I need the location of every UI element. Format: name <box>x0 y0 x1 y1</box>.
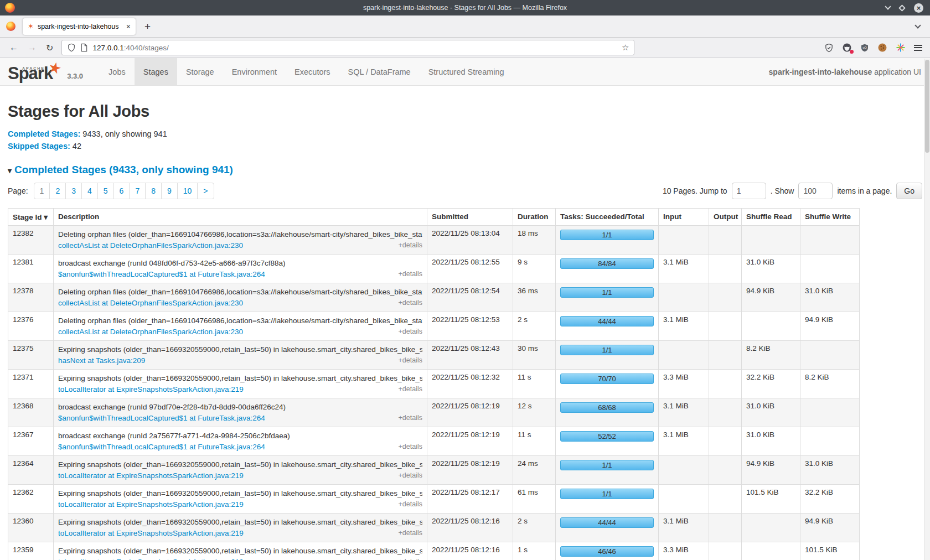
details-toggle[interactable]: +details <box>399 384 422 395</box>
table-row: 12371 Expiring snapshots (older_than=166… <box>8 370 860 398</box>
skipped-stages-link[interactable]: Skipped Stages: <box>8 142 70 151</box>
page-button-4[interactable]: 4 <box>82 183 98 199</box>
details-toggle[interactable]: +details <box>399 355 422 366</box>
stages-table: Stage Id ▾DescriptionSubmittedDurationTa… <box>8 208 860 560</box>
details-toggle[interactable]: +details <box>399 269 422 279</box>
stage-detail-link[interactable]: $anonfun$withThreadLocalCaptured$1 at Fu… <box>58 270 265 278</box>
page-button-7[interactable]: 7 <box>130 183 146 199</box>
details-toggle[interactable]: +details <box>399 240 422 251</box>
duration-cell: 24 ms <box>513 456 556 485</box>
column-header[interactable]: Shuffle Write <box>800 209 860 226</box>
task-progress-fill: 1/1 <box>560 460 654 470</box>
description-cell: Expiring snapshots (older_than=166932055… <box>54 456 427 485</box>
task-progress-bar: 44/44 <box>560 316 654 326</box>
shield-check-extension-icon[interactable] <box>824 43 834 53</box>
task-progress-bar: 1/1 <box>560 230 654 240</box>
page-button-9[interactable]: 9 <box>162 183 178 199</box>
new-tab-button[interactable]: + <box>144 20 151 33</box>
nav-item-stages[interactable]: Stages <box>135 58 177 85</box>
page-button-1[interactable]: 1 <box>34 183 50 199</box>
page-button-3[interactable]: 3 <box>66 183 82 199</box>
shuffle-write-cell <box>800 398 860 427</box>
ublock-extension-icon[interactable]: uO <box>860 43 869 53</box>
forward-button[interactable]: → <box>28 43 37 53</box>
application-ui-label: spark-ingest-into-lakehouse application … <box>769 68 930 76</box>
column-header[interactable]: Duration <box>513 209 556 226</box>
details-toggle[interactable]: +details <box>399 326 422 337</box>
column-header[interactable]: Shuffle Read <box>742 209 800 226</box>
nav-item-jobs[interactable]: Jobs <box>100 58 135 85</box>
page-scrollbar[interactable] <box>924 59 930 560</box>
sparkle-extension-icon[interactable] <box>896 43 906 53</box>
stage-detail-link[interactable]: $anonfun$withThreadLocalCaptured$1 at Fu… <box>58 414 265 422</box>
stage-id-cell: 12362 <box>8 485 54 514</box>
browser-tab[interactable]: ✶ spark-ingest-into-lakehous × <box>23 18 136 35</box>
details-toggle[interactable]: +details <box>399 528 422 538</box>
page-button->[interactable]: > <box>198 183 213 199</box>
column-header[interactable]: Stage Id ▾ <box>8 209 54 226</box>
column-header[interactable]: Output <box>709 209 742 226</box>
stage-detail-link[interactable]: collectAsList at DeleteOrphanFilesSparkA… <box>58 241 243 250</box>
go-button[interactable]: Go <box>896 183 922 199</box>
stage-detail-link[interactable]: toLocalIterator at ExpireSnapshotsSparkA… <box>58 385 244 393</box>
bookmark-star-icon[interactable]: ☆ <box>622 43 629 53</box>
page-button-10[interactable]: 10 <box>178 183 198 199</box>
page-info-icon[interactable] <box>80 43 88 52</box>
details-toggle[interactable]: +details <box>399 298 422 308</box>
stage-detail-link[interactable]: toLocalIterator at ExpireSnapshotsSparkA… <box>58 558 244 560</box>
maximize-icon[interactable] <box>898 4 906 12</box>
column-header[interactable]: Input <box>659 209 709 226</box>
cookie-extension-icon[interactable] <box>877 43 887 53</box>
nav-item-executors[interactable]: Executors <box>286 58 339 85</box>
page-button-5[interactable]: 5 <box>98 183 114 199</box>
details-toggle[interactable]: +details <box>399 499 422 510</box>
reload-button[interactable]: ↻ <box>46 43 53 53</box>
shuffle-read-cell: 94.9 KiB <box>742 456 800 485</box>
table-row: 12381 broadcast exchange (runId 048fd06f… <box>8 255 860 283</box>
stage-detail-link[interactable]: collectAsList at DeleteOrphanFilesSparkA… <box>58 328 243 336</box>
tab-close-icon[interactable]: × <box>126 22 131 31</box>
table-row: 12368 broadcast exchange (runId 97bdf70e… <box>8 398 860 427</box>
completed-stages-section-header[interactable]: ▾Completed Stages (9433, only showing 94… <box>8 164 922 176</box>
column-header[interactable]: Tasks: Succeeded/Total <box>556 209 659 226</box>
table-row: 12375 Expiring snapshots (older_than=166… <box>8 341 860 370</box>
scrollbar-thumb[interactable] <box>925 60 929 153</box>
nav-item-environment[interactable]: Environment <box>223 58 286 85</box>
spark-brand[interactable]: APACHE Spark ★ 3.3.0 <box>0 58 85 85</box>
details-toggle[interactable]: +details <box>399 442 422 452</box>
nav-item-storage[interactable]: Storage <box>177 58 223 85</box>
stage-detail-link[interactable]: $anonfun$withThreadLocalCaptured$1 at Fu… <box>58 443 265 451</box>
firefox-icon[interactable] <box>6 22 16 31</box>
url-bar[interactable]: 127.0.0.1:4040/stages/ ☆ <box>61 40 634 55</box>
page-button-2[interactable]: 2 <box>50 183 66 199</box>
menu-hamburger-icon[interactable] <box>914 43 922 52</box>
details-toggle[interactable]: +details <box>399 557 422 560</box>
mask-extension-icon[interactable] <box>842 43 852 53</box>
back-button[interactable]: ← <box>9 43 18 53</box>
nav-item-structured-streaming[interactable]: Structured Streaming <box>420 58 513 85</box>
page-button-6[interactable]: 6 <box>114 183 130 199</box>
page-button-8[interactable]: 8 <box>146 183 162 199</box>
details-toggle[interactable]: +details <box>399 470 422 481</box>
nav-item-sql-dataframe[interactable]: SQL / DataFrame <box>339 58 420 85</box>
task-progress-fill: 44/44 <box>560 517 654 528</box>
stage-detail-link[interactable]: toLocalIterator at ExpireSnapshotsSparkA… <box>58 500 244 509</box>
task-progress-fill: 46/46 <box>560 546 654 557</box>
input-cell: 3.3 MiB <box>659 542 709 560</box>
stage-detail-link[interactable]: hasNext at Tasks.java:209 <box>58 356 145 365</box>
completed-stages-link[interactable]: Completed Stages: <box>8 129 80 138</box>
stage-description: broadcast exchange (runId 048fd06f-d753-… <box>58 258 422 268</box>
stage-detail-link[interactable]: toLocalIterator at ExpireSnapshotsSparkA… <box>58 471 244 480</box>
details-toggle[interactable]: +details <box>399 413 422 423</box>
stage-detail-link[interactable]: collectAsList at DeleteOrphanFilesSparkA… <box>58 299 243 307</box>
minimize-icon[interactable] <box>885 3 891 9</box>
task-progress-bar: 46/46 <box>560 546 654 557</box>
shield-permissions-icon[interactable] <box>67 43 76 52</box>
column-header[interactable]: Submitted <box>427 209 513 226</box>
close-icon[interactable]: × <box>914 3 923 13</box>
stage-detail-link[interactable]: toLocalIterator at ExpireSnapshotsSparkA… <box>58 529 244 537</box>
jump-to-page-input[interactable] <box>732 183 766 199</box>
items-per-page-input[interactable] <box>798 183 833 199</box>
list-tabs-chevron-icon[interactable] <box>914 22 921 28</box>
column-header[interactable]: Description <box>54 209 427 226</box>
